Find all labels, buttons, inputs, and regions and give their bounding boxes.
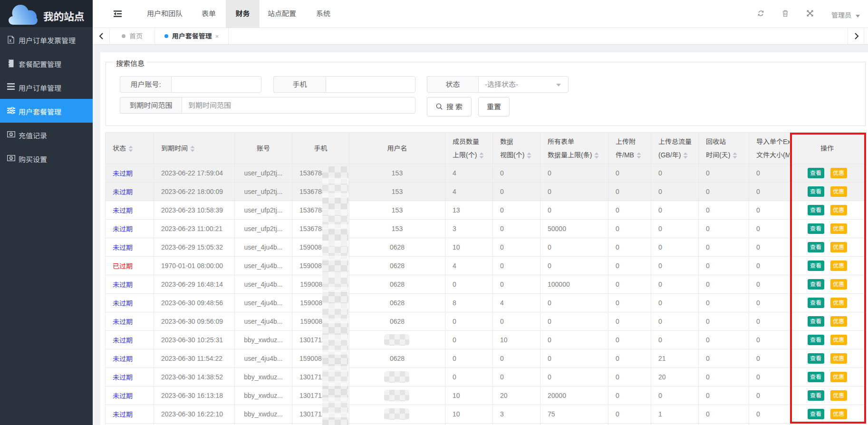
svg-text:1: 1	[10, 133, 12, 136]
svg-text:1: 1	[10, 156, 12, 160]
